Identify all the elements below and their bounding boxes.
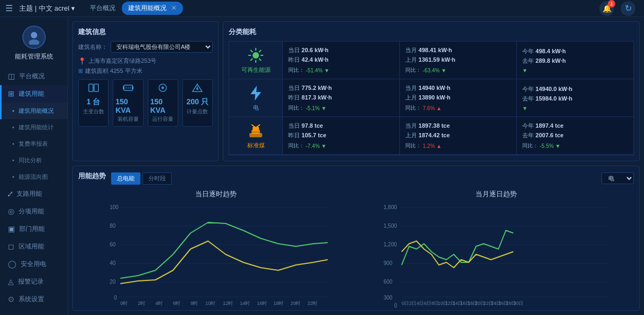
monthly-chart-title: 当月逐日趋势 bbox=[358, 189, 634, 199]
sidebar-item-building-overview[interactable]: • 建筑用能概况 bbox=[0, 103, 68, 119]
sidebar-item-area[interactable]: ◻ 区域用能 bbox=[0, 238, 68, 255]
building-meta: 📍 上海市嘉定区育绿路253号 ⊞ 建筑面积 4255 平方米 bbox=[78, 57, 213, 75]
sidebar-item-platform[interactable]: ◫ 平台概况 bbox=[0, 68, 68, 85]
building-icon: ⊞ bbox=[8, 89, 14, 98]
safety-icon: ◯ bbox=[8, 260, 16, 268]
sidebar-profile: 能耗管理系统 bbox=[0, 17, 68, 68]
svg-text:10时: 10时 bbox=[205, 301, 215, 306]
svg-text:80: 80 bbox=[110, 223, 116, 229]
svg-text:2时: 2时 bbox=[138, 301, 145, 306]
sidebar-item-building[interactable]: ⊞ 建筑用能 bbox=[0, 85, 68, 103]
sidebar-item-sync[interactable]: • 同比分析 bbox=[0, 152, 68, 169]
dept-icon: ▣ bbox=[8, 225, 15, 233]
svg-point-13 bbox=[196, 88, 198, 90]
svg-text:12时: 12时 bbox=[223, 301, 233, 306]
renewable-label: 可再生能源 bbox=[241, 66, 271, 74]
svg-text:14时: 14时 bbox=[240, 301, 250, 306]
svg-text:600: 600 bbox=[383, 279, 392, 285]
coal-year: 今年 1897.4 tce 去年 2007.6 tce 同比：-5.5% ▼ bbox=[517, 117, 633, 154]
stat-transformers: 1 台 主变台数 bbox=[78, 79, 108, 127]
building-info-title: 建筑信息 bbox=[78, 27, 213, 37]
refresh-button[interactable]: ↻ bbox=[621, 1, 635, 16]
svg-text:18时: 18时 bbox=[273, 301, 283, 306]
svg-text:6时: 6时 bbox=[173, 301, 180, 306]
building-name-select[interactable]: 安科瑞电气股份有限公司A楼 bbox=[111, 41, 213, 53]
dot-icon: • bbox=[12, 157, 14, 163]
svg-text:100: 100 bbox=[110, 204, 119, 210]
sidebar-item-sub[interactable]: ◎ 分项用能 bbox=[0, 203, 68, 220]
sidebar: 能耗管理系统 ◫ 平台概况 ⊞ 建筑用能 • 建筑用能概况 • 建筑用能统计 •… bbox=[0, 17, 68, 315]
tab-building[interactable]: 建筑用能概况 ✕ bbox=[122, 2, 183, 15]
charts-row: 当日逐时趋势 100 80 60 40 20 0 bbox=[78, 189, 634, 296]
running-icon bbox=[157, 83, 169, 95]
sidebar-nav: ◫ 平台概况 ⊞ 建筑用能 • 建筑用能概况 • 建筑用能统计 • 复费率报表 … bbox=[0, 68, 68, 315]
main-layout: 能耗管理系统 ◫ 平台概况 ⊞ 建筑用能 • 建筑用能概况 • 建筑用能统计 •… bbox=[0, 17, 644, 315]
building-name-label: 建筑名称： bbox=[78, 43, 107, 51]
avatar bbox=[22, 26, 46, 49]
svg-point-15 bbox=[253, 52, 259, 59]
energy-type-coal: 标准煤 bbox=[229, 117, 282, 154]
menu-icon[interactable]: ☰ bbox=[5, 3, 13, 13]
electricity-month: 当月 14940 kW·h 上月 13890 kW·h 同比：7.6% ▲ bbox=[400, 79, 516, 117]
svg-text:0: 0 bbox=[394, 303, 397, 308]
building-info-panel: 建筑信息 建筑名称： 安科瑞电气股份有限公司A楼 📍 上海市嘉定区育绿路253号 bbox=[72, 21, 219, 161]
running-capacity-label: 运行容量 bbox=[152, 115, 173, 123]
branch-icon: ⑇ bbox=[8, 189, 12, 198]
svg-text:8时: 8时 bbox=[190, 301, 198, 306]
capacity-icon bbox=[122, 83, 134, 95]
electricity-today: 当日 775.2 kW·h 昨日 817.3 kW·h 同比：-5.1% ▼ bbox=[283, 79, 399, 117]
top-section: 建筑信息 建筑名称： 安科瑞电气股份有限公司A楼 📍 上海市嘉定区育绿路253号 bbox=[72, 21, 640, 161]
coal-today: 当日 97.8 tce 昨日 105.7 tce 同比：-7.4% ▼ bbox=[283, 117, 399, 154]
sidebar-item-flow[interactable]: • 能源流向图 bbox=[0, 169, 68, 185]
svg-text:20: 20 bbox=[110, 279, 116, 285]
stat-meter-count: 200 只 计量点数 bbox=[182, 79, 213, 127]
energy-type-electricity: 电 bbox=[229, 79, 282, 117]
total-energy-button[interactable]: 总电能 bbox=[111, 172, 140, 185]
sidebar-item-dept[interactable]: ▣ 部门用能 bbox=[0, 220, 68, 238]
coal-month: 当月 1897.38 tce 上月 1874.42 tce 同比：1.2% ▲ bbox=[400, 117, 516, 154]
monthly-chart-svg: 1,800 1,500 1,200 900 600 300 0 bbox=[358, 201, 634, 308]
sidebar-item-report[interactable]: • 复费率报表 bbox=[0, 136, 68, 152]
classification-energy-panel: 分类能耗 bbox=[223, 21, 640, 161]
sidebar-item-settings[interactable]: ⊙ 系统设置 bbox=[0, 291, 68, 308]
svg-line-22 bbox=[259, 50, 261, 52]
svg-text:20时: 20时 bbox=[290, 301, 300, 306]
svg-marker-24 bbox=[250, 86, 261, 101]
sidebar-item-building-stats[interactable]: • 建筑用能统计 bbox=[0, 119, 68, 136]
classification-energy-title: 分类能耗 bbox=[229, 27, 634, 37]
trend-title: 用能趋势 bbox=[78, 171, 106, 181]
transformer-value: 1 台 bbox=[87, 97, 101, 107]
running-capacity-value: 150 KVA bbox=[150, 97, 175, 114]
area-icon: ⊞ bbox=[78, 68, 83, 74]
content-area: 建筑信息 建筑名称： 安科瑞电气股份有限公司A楼 📍 上海市嘉定区育绿路253号 bbox=[68, 17, 644, 315]
svg-rect-2 bbox=[89, 84, 93, 92]
daily-chart-title: 当日逐时趋势 bbox=[78, 189, 354, 199]
sidebar-item-log[interactable]: ◬ 报警记录 bbox=[0, 273, 68, 291]
coal-label: 标准煤 bbox=[247, 142, 265, 150]
notification-button[interactable]: 🔔 1 bbox=[599, 1, 614, 16]
period-button[interactable]: 分时段 bbox=[143, 172, 172, 185]
meter-icon bbox=[191, 83, 203, 95]
svg-point-0 bbox=[31, 32, 37, 38]
building-stats: 1 台 主变台数 bbox=[78, 79, 213, 127]
svg-text:300: 300 bbox=[383, 295, 392, 301]
renewable-today: 当日 20.6 kW·h 昨日 42.4 kW·h 同比：-51.4% ▼ bbox=[283, 42, 399, 79]
area-row: ⊞ 建筑面积 4255 平方米 bbox=[78, 67, 213, 75]
settings-icon: ⊙ bbox=[8, 295, 14, 303]
sidebar-item-safety[interactable]: ◯ 安全用电 bbox=[0, 255, 68, 273]
tab-platform[interactable]: 平台概况 bbox=[83, 2, 122, 15]
energy-type-select[interactable]: 电 bbox=[601, 172, 634, 184]
installed-capacity-value: 150 KVA bbox=[115, 97, 140, 114]
topbar-icons: 🔔 1 ↻ bbox=[599, 1, 635, 16]
svg-text:4时: 4时 bbox=[155, 301, 163, 306]
notification-badge: 1 bbox=[608, 0, 615, 7]
svg-text:1,500: 1,500 bbox=[383, 223, 397, 229]
topbar: ☰ 主题 | 中文 acrel ▾ 平台概况 建筑用能概况 ✕ 🔔 1 ↻ bbox=[0, 0, 644, 17]
svg-text:30日: 30日 bbox=[513, 301, 523, 306]
sidebar-item-branch[interactable]: ⑇ 支路用能 bbox=[0, 185, 68, 203]
renewable-month: 当月 498.41 kW·h 上月 1361.59 kW·h 同比：-63.4%… bbox=[400, 42, 516, 79]
meter-count-value: 200 只 bbox=[187, 97, 208, 107]
tab-close-icon[interactable]: ✕ bbox=[171, 4, 177, 12]
svg-text:0日: 0日 bbox=[402, 301, 409, 306]
area-text: 建筑面积 4255 平方米 bbox=[85, 67, 143, 75]
